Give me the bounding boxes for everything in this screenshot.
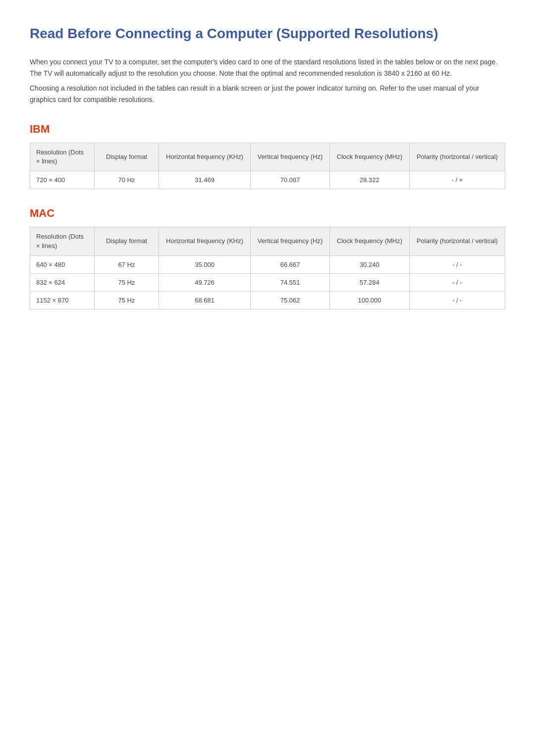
mac-table: Resolution (Dots × lines) Display format… [30,227,505,309]
mac-header-vertical: Vertical frequency (Hz) [251,227,330,255]
cell-vertical: 75.062 [251,291,330,309]
mac-header-polarity: Polarity (horizontal / vertical) [409,227,505,255]
mac-section-title: MAC [30,207,505,220]
cell-resolution: 720 × 400 [30,171,95,189]
ibm-header-horizontal: Horizontal frequency (KHz) [159,143,251,171]
ibm-table: Resolution (Dots × lines) Display format… [30,143,505,189]
ibm-header-display-format: Display format [95,143,159,171]
table-row: 1152 × 870 75 Hz 68.681 75.062 100.000 -… [30,291,505,309]
cell-clock: 28.322 [330,171,410,189]
table-row: 720 × 400 70 Hz 31.469 70.087 28.322 - /… [30,171,505,189]
cell-horizontal: 31.469 [159,171,251,189]
ibm-header-clock: Clock frequency (MHz) [330,143,410,171]
cell-clock: 57.284 [330,273,410,291]
cell-horizontal: 68.681 [159,291,251,309]
mac-header-horizontal: Horizontal frequency (KHz) [159,227,251,255]
mac-header-display-format: Display format [95,227,159,255]
table-row: 640 × 480 67 Hz 35.000 66.667 30.240 - /… [30,255,505,273]
cell-display-format: 67 Hz [95,255,159,273]
cell-resolution: 832 × 624 [30,273,95,291]
cell-resolution: 1152 × 870 [30,291,95,309]
cell-vertical: 74.551 [251,273,330,291]
cell-vertical: 66.667 [251,255,330,273]
intro-paragraph-2: Choosing a resolution not included in th… [30,83,505,105]
cell-polarity: - / - [409,255,505,273]
cell-clock: 100.000 [330,291,410,309]
ibm-header-resolution: Resolution (Dots × lines) [30,143,95,171]
mac-header-clock: Clock frequency (MHz) [330,227,410,255]
cell-resolution: 640 × 480 [30,255,95,273]
ibm-header-vertical: Vertical frequency (Hz) [251,143,330,171]
mac-header-resolution: Resolution (Dots × lines) [30,227,95,255]
intro-paragraph-1: When you connect your TV to a computer, … [30,56,505,79]
cell-polarity: - / - [409,273,505,291]
cell-display-format: 70 Hz [95,171,159,189]
page-title: Read Before Connecting a Computer (Suppo… [30,25,505,43]
cell-polarity: - / - [409,291,505,309]
cell-horizontal: 35.000 [159,255,251,273]
cell-display-format: 75 Hz [95,273,159,291]
cell-horizontal: 49.726 [159,273,251,291]
cell-display-format: 75 Hz [95,291,159,309]
cell-vertical: 70.087 [251,171,330,189]
cell-clock: 30.240 [330,255,410,273]
cell-polarity: - / + [409,171,505,189]
ibm-header-polarity: Polarity (horizontal / vertical) [409,143,505,171]
table-row: 832 × 624 75 Hz 49.726 74.551 57.284 - /… [30,273,505,291]
ibm-section-title: IBM [30,123,505,136]
